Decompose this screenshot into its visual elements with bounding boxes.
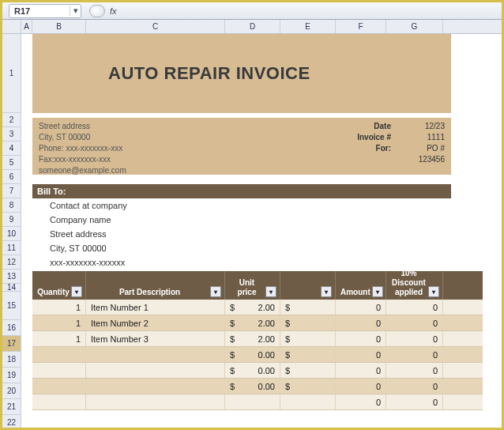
filter-button-description[interactable]: ▾ <box>210 286 221 297</box>
sender-address: Street address City, ST 00000 Phone: xxx… <box>39 121 126 172</box>
filter-button-quantity[interactable]: ▾ <box>71 286 82 297</box>
row-header-19[interactable]: 19 <box>2 368 21 383</box>
invoice-meta: Date Invoice # For: 12/23 1111 PO # 1234… <box>357 121 445 172</box>
sender-meta-block: Street address City, ST 00000 Phone: xxx… <box>32 118 451 175</box>
col-header-F[interactable]: F <box>336 20 386 33</box>
row-headers: 1 2 3 4 5 6 7 8 9 10 11 12 13 14 15 16 1… <box>2 20 21 428</box>
row-header-4[interactable]: 4 <box>2 141 21 156</box>
name-box-value: R17 <box>9 6 70 16</box>
row-header-7[interactable]: 7 <box>2 184 21 198</box>
bill-to-contact: Contact at company <box>50 198 451 213</box>
filter-button-hidden[interactable]: ▾ <box>321 286 332 297</box>
bill-to-header: Bill To: <box>32 184 451 198</box>
table-row[interactable]: 1 Item Number 3 $2.00 $ 0 0 <box>32 331 483 347</box>
table-row[interactable]: 0 0 <box>32 394 483 410</box>
sender-city: City, ST 00000 <box>39 132 126 143</box>
bill-to-street: Street address <box>50 227 451 241</box>
row-header-9[interactable]: 9 <box>2 213 21 227</box>
row-header-12[interactable]: 12 <box>2 255 21 270</box>
fx-insert-function-button[interactable] <box>89 5 105 17</box>
row-header-15[interactable]: 15 <box>2 292 21 320</box>
row-header-2[interactable]: 2 <box>2 113 21 127</box>
meta-value-for2: 123456 <box>405 154 445 165</box>
row-header-1[interactable]: 1 <box>2 34 21 113</box>
sender-street: Street address <box>39 121 126 132</box>
col-header-A[interactable]: A <box>21 20 32 33</box>
row-header-13[interactable]: 13 <box>2 270 21 284</box>
th-discount: 10% Discount applied ▾ <box>386 271 443 300</box>
row-header-5[interactable]: 5 <box>2 156 21 170</box>
th-price-hidden: ▾ <box>280 271 336 300</box>
bill-to-city: City, ST 00000 <box>50 241 451 255</box>
col-header-G[interactable]: G <box>386 20 443 33</box>
col-header-C[interactable]: C <box>86 20 225 33</box>
th-quantity: Quantity ▾ <box>32 271 86 300</box>
th-description: Part Description ▾ <box>86 271 225 300</box>
bill-to-company: Company name <box>50 213 451 227</box>
row-header-17[interactable]: 17 <box>2 336 21 352</box>
filter-button-unit-price[interactable]: ▾ <box>265 286 276 297</box>
row-header-14[interactable]: 14 <box>2 284 21 292</box>
name-box-dropdown-icon[interactable]: ▾ <box>70 6 81 16</box>
row-header-6[interactable]: 6 <box>2 170 21 184</box>
table-row[interactable]: 1 Item Number 2 $2.00 $ 0 0 <box>32 315 483 331</box>
row-header-10[interactable]: 10 <box>2 227 21 241</box>
items-table-body: 1 Item Number 1 $2.00 $ 0 0 1 Item Numbe… <box>32 300 483 410</box>
select-all-cells[interactable] <box>2 20 21 34</box>
table-row[interactable]: $0.00 $ 0 0 <box>32 363 483 379</box>
th-amount: Amount ▾ <box>336 271 386 300</box>
row-header-3[interactable]: 3 <box>2 127 21 141</box>
row-header-18[interactable]: 18 <box>2 352 21 368</box>
th-unit-price: Unit price ▾ <box>225 271 280 300</box>
sender-fax: Fax:xxx-xxxxxxx-xxx <box>39 154 126 165</box>
formula-bar: R17 ▾ fx <box>2 2 502 20</box>
col-header-B[interactable]: B <box>32 20 86 33</box>
table-row[interactable]: 1 Item Number 1 $2.00 $ 0 0 <box>32 300 483 315</box>
sender-phone: Phone: xxx-xxxxxxx-xxx <box>39 143 126 154</box>
row-header-11[interactable]: 11 <box>2 241 21 255</box>
row-header-8[interactable]: 8 <box>2 198 21 213</box>
row-header-21[interactable]: 21 <box>2 399 21 415</box>
row-header-20[interactable]: 20 <box>2 383 21 399</box>
bill-to-block: Bill To: Contact at company Company name… <box>32 184 451 270</box>
bill-to-phone: xxx-xxxxxxx-xxxxxx <box>50 255 451 270</box>
invoice-title: AUTO REPAIR INVOICE <box>108 63 310 84</box>
col-header-E[interactable]: E <box>280 20 336 33</box>
name-box[interactable]: R17 ▾ <box>9 4 81 18</box>
col-header-D[interactable]: D <box>225 20 280 33</box>
fx-label: fx <box>110 6 117 16</box>
meta-label-invoice: Invoice # <box>357 132 391 143</box>
invoice-title-block: AUTO REPAIR INVOICE <box>32 34 451 113</box>
sender-email: someone@example.com <box>39 165 126 176</box>
table-row[interactable]: $0.00 $ 0 0 <box>32 379 483 394</box>
items-table: Quantity ▾ Part Description ▾ Unit price… <box>32 271 483 410</box>
meta-value-date: 12/23 <box>405 121 445 132</box>
meta-label-date: Date <box>357 121 391 132</box>
table-row[interactable]: $0.00 $ 0 0 <box>32 347 483 363</box>
row-header-16[interactable]: 16 <box>2 320 21 336</box>
meta-value-for1: PO # <box>405 143 445 154</box>
row-header-22[interactable]: 22 <box>2 415 21 430</box>
column-headers: A B C D E F G <box>21 20 502 34</box>
items-table-header: Quantity ▾ Part Description ▾ Unit price… <box>32 271 483 300</box>
filter-button-discount[interactable]: ▾ <box>428 286 439 297</box>
meta-value-invoice: 1111 <box>405 132 445 143</box>
filter-button-amount[interactable]: ▾ <box>372 286 383 297</box>
meta-label-for: For: <box>357 143 391 154</box>
